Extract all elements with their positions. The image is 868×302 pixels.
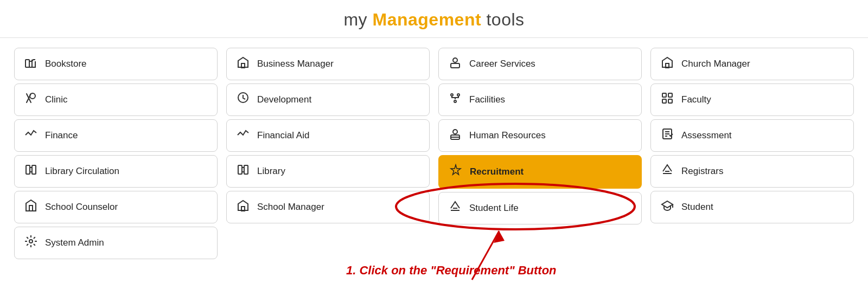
column-col3: Career ServicesFacilitiesHuman Resources… bbox=[434, 48, 646, 259]
page-title: my Management tools bbox=[0, 0, 868, 38]
financial-aid-label: Financial Aid bbox=[257, 130, 309, 141]
svg-rect-18 bbox=[662, 93, 666, 97]
faculty-icon bbox=[660, 92, 675, 108]
facilities-label: Facilities bbox=[469, 94, 505, 105]
tool-btn-financial-aid[interactable]: Financial Aid bbox=[226, 119, 430, 152]
column-col1: BookstoreClinicFinanceLibrary Circulatio… bbox=[10, 48, 222, 259]
assessment-label: Assessment bbox=[681, 130, 732, 141]
recruitment-icon bbox=[448, 164, 463, 180]
svg-point-13 bbox=[454, 100, 456, 102]
svg-rect-6 bbox=[238, 165, 242, 174]
finance-label: Finance bbox=[45, 130, 78, 141]
library-circulation-label: Library Circulation bbox=[45, 166, 119, 177]
tools-grid: BookstoreClinicFinanceLibrary Circulatio… bbox=[0, 38, 868, 259]
tool-btn-career-services[interactable]: Career Services bbox=[438, 48, 642, 80]
tool-btn-church-manager[interactable]: Church Manager bbox=[650, 48, 854, 80]
school-manager-label: School Manager bbox=[257, 202, 324, 213]
business-manager-icon bbox=[235, 56, 251, 72]
student-icon bbox=[660, 199, 675, 215]
tool-btn-student-life[interactable]: Student Life bbox=[438, 192, 642, 224]
tool-btn-library[interactable]: Library bbox=[226, 155, 430, 188]
svg-rect-20 bbox=[662, 99, 666, 103]
career-services-icon bbox=[448, 56, 463, 72]
tool-btn-assessment[interactable]: Assessment bbox=[650, 119, 854, 152]
human-resources-icon bbox=[448, 127, 463, 144]
svg-point-9 bbox=[453, 58, 457, 62]
bookstore-icon bbox=[23, 56, 39, 72]
development-label: Development bbox=[257, 94, 311, 105]
faculty-label: Faculty bbox=[681, 94, 711, 105]
system-admin-icon bbox=[23, 235, 39, 251]
library-circulation-icon bbox=[23, 163, 39, 179]
svg-point-11 bbox=[451, 94, 453, 96]
column-col2: Business ManagerDevelopmentFinancial Aid… bbox=[222, 48, 434, 259]
column-col4: Church ManagerFacultyAssessmentRegistrar… bbox=[646, 48, 858, 259]
student-life-icon bbox=[448, 200, 463, 216]
tool-btn-recruitment[interactable]: Recruitment bbox=[438, 155, 642, 189]
school-counselor-icon bbox=[23, 199, 39, 215]
svg-point-12 bbox=[457, 94, 459, 96]
library-icon bbox=[235, 163, 251, 179]
svg-rect-21 bbox=[668, 99, 672, 103]
tool-btn-school-manager[interactable]: School Manager bbox=[226, 191, 430, 223]
system-admin-label: System Admin bbox=[45, 237, 104, 248]
clinic-label: Clinic bbox=[45, 94, 68, 105]
tool-btn-student[interactable]: Student bbox=[650, 191, 854, 223]
recruitment-label: Recruitment bbox=[470, 166, 524, 177]
svg-rect-3 bbox=[32, 165, 36, 174]
clinic-icon bbox=[23, 92, 39, 108]
student-life-label: Student Life bbox=[469, 203, 519, 214]
tool-btn-business-manager[interactable]: Business Manager bbox=[226, 48, 430, 80]
tool-btn-finance[interactable]: Finance bbox=[14, 119, 218, 152]
tool-btn-development[interactable]: Development bbox=[226, 83, 430, 116]
finance-icon bbox=[23, 127, 39, 144]
tool-btn-facilities[interactable]: Facilities bbox=[438, 83, 642, 116]
tool-btn-system-admin[interactable]: System Admin bbox=[14, 227, 218, 259]
annotation-area: 1. Click on the "Requirement" Button bbox=[0, 264, 868, 278]
tool-btn-registrars[interactable]: Registrars bbox=[650, 155, 854, 188]
svg-rect-7 bbox=[244, 165, 248, 174]
school-manager-icon bbox=[235, 199, 251, 215]
svg-point-1 bbox=[30, 93, 35, 99]
registrars-label: Registrars bbox=[681, 166, 723, 177]
tool-btn-faculty[interactable]: Faculty bbox=[650, 83, 854, 116]
business-manager-label: Business Manager bbox=[257, 59, 334, 69]
svg-point-4 bbox=[29, 240, 33, 243]
bookstore-label: Bookstore bbox=[45, 59, 87, 69]
facilities-icon bbox=[448, 92, 463, 108]
tool-btn-bookstore[interactable]: Bookstore bbox=[14, 48, 218, 80]
human-resources-label: Human Resources bbox=[469, 130, 546, 141]
career-services-label: Career Services bbox=[469, 59, 535, 69]
tool-btn-library-circulation[interactable]: Library Circulation bbox=[14, 155, 218, 188]
assessment-icon bbox=[660, 127, 675, 144]
financial-aid-icon bbox=[235, 127, 251, 144]
tool-btn-human-resources[interactable]: Human Resources bbox=[438, 119, 642, 152]
svg-point-14 bbox=[453, 130, 457, 134]
svg-rect-0 bbox=[25, 60, 29, 67]
church-manager-label: Church Manager bbox=[681, 59, 750, 69]
registrars-icon bbox=[660, 163, 675, 179]
student-label: Student bbox=[681, 202, 713, 213]
tool-btn-clinic[interactable]: Clinic bbox=[14, 83, 218, 116]
church-manager-icon bbox=[660, 56, 675, 72]
library-label: Library bbox=[257, 166, 285, 177]
development-icon bbox=[235, 92, 251, 108]
instruction-text: 1. Click on the "Requirement" Button bbox=[346, 264, 868, 278]
svg-rect-19 bbox=[668, 93, 672, 97]
tool-btn-school-counselor[interactable]: School Counselor bbox=[14, 191, 218, 223]
svg-rect-10 bbox=[451, 63, 459, 68]
school-counselor-label: School Counselor bbox=[45, 202, 118, 213]
svg-rect-2 bbox=[26, 165, 30, 174]
